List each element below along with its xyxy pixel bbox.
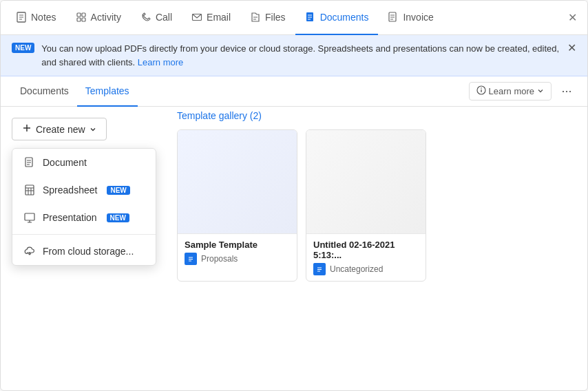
ellipsis-icon: ··· xyxy=(561,84,571,98)
tab-documents-label: Documents xyxy=(320,12,369,23)
learn-more-button[interactable]: Learn more xyxy=(469,82,552,101)
app-window: Notes Activity Call xyxy=(0,0,588,391)
tab-email-label: Email xyxy=(207,12,231,23)
gallery-section: Template gallery (2) Sample Template xyxy=(177,110,576,282)
card-doc-icon-sample xyxy=(185,253,197,265)
template-card-info-sample: Sample Template Proposals xyxy=(178,233,297,271)
template-card-sample[interactable]: Sample Template Proposals xyxy=(177,129,297,282)
svg-rect-4 xyxy=(77,13,81,17)
tab-email[interactable]: Email xyxy=(182,1,240,35)
template-card-meta-sample: Proposals xyxy=(185,253,290,265)
dropdown-document-label: Document xyxy=(43,157,87,168)
learn-more-label: Learn more xyxy=(489,86,534,96)
tab-files-label: Files xyxy=(265,12,286,23)
template-card-category-untitled: Uncategorized xyxy=(330,264,383,274)
cloud-icon xyxy=(23,245,36,257)
presentation-new-badge: NEW xyxy=(107,213,129,222)
banner-close-button[interactable]: ✕ xyxy=(567,41,576,54)
svg-rect-5 xyxy=(82,13,85,17)
dropdown-item-document[interactable]: Document xyxy=(12,149,156,176)
tab-notes[interactable]: Notes xyxy=(6,1,66,35)
template-card-name-sample: Sample Template xyxy=(185,240,290,250)
tab-invoice-label: Invoice xyxy=(403,12,433,23)
notes-icon xyxy=(16,12,27,23)
template-card-preview-untitled xyxy=(306,130,426,233)
more-options-button[interactable]: ··· xyxy=(557,82,576,101)
gallery-grid: Sample Template Proposals xyxy=(177,129,576,282)
template-card-meta-untitled: Uncategorized xyxy=(313,263,419,275)
sub-tab-actions: Learn more ··· xyxy=(469,82,576,101)
main-content: Create new Document xyxy=(1,107,587,390)
call-icon xyxy=(140,12,151,23)
invoice-icon xyxy=(388,12,399,23)
tab-documents[interactable]: Documents xyxy=(295,1,379,35)
svg-rect-33 xyxy=(25,213,34,220)
dropdown-divider xyxy=(12,234,156,235)
sub-tab-templates[interactable]: Templates xyxy=(77,76,138,107)
spreadsheet-icon xyxy=(23,184,36,196)
template-card-untitled[interactable]: Untitled 02-16-2021 5:13:... Unca xyxy=(306,129,426,282)
svg-point-21 xyxy=(481,87,482,89)
tab-activity[interactable]: Activity xyxy=(66,1,131,35)
activity-icon xyxy=(76,12,87,23)
email-icon xyxy=(191,12,202,23)
card-doc-icon-untitled xyxy=(313,263,326,275)
tab-notes-label: Notes xyxy=(31,12,56,23)
tab-bar: Notes Activity Call xyxy=(1,1,587,35)
banner-text: You can now upload PDFs directly from yo… xyxy=(41,42,560,69)
sub-tab-templates-label: Templates xyxy=(85,85,129,96)
tab-call[interactable]: Call xyxy=(131,1,182,35)
create-new-button[interactable]: Create new xyxy=(12,118,107,140)
create-new-label: Create new xyxy=(36,124,85,135)
plus-icon xyxy=(22,123,32,135)
dropdown-item-spreadsheet[interactable]: Spreadsheet NEW xyxy=(12,176,156,204)
spreadsheet-new-badge: NEW xyxy=(107,186,129,195)
dropdown-cloud-label: From cloud storage... xyxy=(43,246,134,257)
document-icon xyxy=(23,156,36,169)
dropdown-item-presentation[interactable]: Presentation NEW xyxy=(12,204,156,231)
template-card-info-untitled: Untitled 02-16-2021 5:13:... Unca xyxy=(306,233,426,281)
dropdown-spreadsheet-label: Spreadsheet xyxy=(43,184,97,196)
window-close-button[interactable]: ✕ xyxy=(563,8,582,28)
dropdown-item-cloud[interactable]: From cloud storage... xyxy=(12,237,156,265)
dropdown-arrow-icon xyxy=(90,124,96,135)
svg-rect-28 xyxy=(25,185,34,195)
sub-tab-bar: Documents Templates Learn more xyxy=(1,76,587,107)
banner-learn-more-link[interactable]: Learn more xyxy=(138,57,183,67)
info-banner: NEW You can now upload PDFs directly fro… xyxy=(1,35,587,76)
tab-call-label: Call xyxy=(156,12,172,23)
presentation-icon xyxy=(23,211,36,224)
tab-files[interactable]: Files xyxy=(240,1,295,35)
template-card-preview-sample xyxy=(178,130,297,233)
info-icon xyxy=(476,85,486,97)
template-card-category-sample: Proposals xyxy=(201,254,238,264)
dropdown-presentation-label: Presentation xyxy=(43,212,97,223)
svg-rect-7 xyxy=(82,18,85,21)
new-badge: NEW xyxy=(12,43,34,53)
create-dropdown-menu: Document Spreadsheet NEW xyxy=(12,148,156,266)
template-card-name-untitled: Untitled 02-16-2021 5:13:... xyxy=(313,240,419,260)
tab-invoice[interactable]: Invoice xyxy=(378,1,443,35)
tab-activity-label: Activity xyxy=(91,12,121,23)
sub-tab-documents-label: Documents xyxy=(20,85,69,96)
documents-icon xyxy=(305,12,316,23)
chevron-down-icon xyxy=(537,86,544,96)
sub-tab-documents[interactable]: Documents xyxy=(12,76,77,107)
gallery-title[interactable]: Template gallery (2) xyxy=(177,110,576,121)
files-icon xyxy=(250,12,261,23)
svg-rect-6 xyxy=(77,18,81,21)
